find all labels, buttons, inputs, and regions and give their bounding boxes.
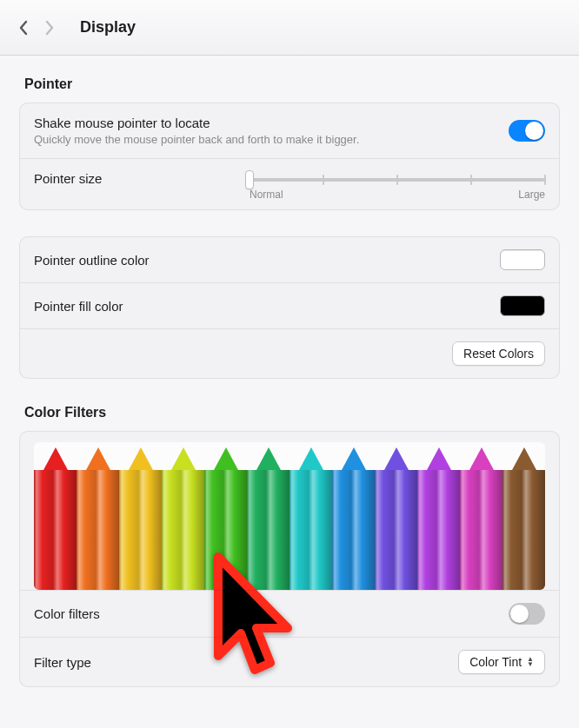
pointer-group-1: Shake mouse pointer to locate Quickly mo… bbox=[19, 103, 560, 210]
pencil-icon bbox=[247, 442, 290, 590]
pointer-size-row: Pointer size Normal Large bbox=[20, 158, 559, 209]
shake-label-block: Shake mouse pointer to locate Quickly mo… bbox=[34, 116, 509, 146]
pencil-icon bbox=[204, 442, 247, 590]
page-title: Display bbox=[80, 18, 136, 36]
outline-color-swatch[interactable] bbox=[500, 249, 545, 270]
pencil-icon bbox=[119, 442, 162, 590]
pencil-icon bbox=[34, 442, 77, 590]
pencil-icon bbox=[290, 442, 332, 590]
pencil-icon bbox=[332, 442, 375, 590]
pencil-icon bbox=[77, 442, 119, 590]
color-filters-section-title: Color Filters bbox=[24, 405, 560, 420]
fill-color-label: Pointer fill color bbox=[34, 299, 500, 314]
fill-color-row: Pointer fill color bbox=[20, 282, 559, 328]
pointer-size-slider[interactable]: Normal Large bbox=[250, 171, 545, 201]
forward-button[interactable] bbox=[37, 15, 63, 41]
filter-type-row: Filter type Color Tint ▲▼ bbox=[20, 637, 559, 686]
outline-color-row: Pointer outline color bbox=[20, 237, 559, 282]
window-header: Display bbox=[0, 0, 579, 56]
shake-toggle[interactable] bbox=[509, 120, 545, 142]
slider-min-label: Normal bbox=[250, 189, 283, 201]
pencil-icon bbox=[162, 442, 204, 590]
filter-type-popup[interactable]: Color Tint ▲▼ bbox=[458, 650, 545, 674]
pencil-icon bbox=[502, 442, 545, 590]
pencil-icon bbox=[417, 442, 460, 590]
pencil-icon bbox=[460, 442, 502, 590]
color-filters-group: Color filters Filter type Color Tint ▲▼ bbox=[19, 431, 560, 687]
filter-type-label: Filter type bbox=[34, 655, 458, 670]
color-filters-enable-label: Color filters bbox=[34, 606, 509, 621]
pointer-group-2: Pointer outline color Pointer fill color… bbox=[19, 236, 560, 379]
pencil-icon bbox=[375, 442, 417, 590]
back-button[interactable] bbox=[10, 15, 37, 41]
color-filters-enable-row: Color filters bbox=[20, 590, 559, 637]
popup-stepper-icon: ▲▼ bbox=[527, 657, 534, 667]
reset-colors-row: Reset Colors bbox=[20, 328, 559, 378]
color-filters-toggle[interactable] bbox=[509, 603, 545, 625]
shake-row: Shake mouse pointer to locate Quickly mo… bbox=[20, 103, 559, 158]
slider-max-label: Large bbox=[518, 189, 545, 201]
shake-label: Shake mouse pointer to locate bbox=[34, 116, 509, 130]
shake-sublabel: Quickly move the mouse pointer back and … bbox=[34, 133, 509, 146]
reset-colors-button[interactable]: Reset Colors bbox=[452, 341, 545, 366]
pointer-size-label: Pointer size bbox=[34, 171, 250, 186]
color-filters-preview bbox=[20, 432, 559, 590]
pointer-section-title: Pointer bbox=[24, 76, 560, 92]
fill-color-swatch[interactable] bbox=[500, 295, 545, 316]
outline-color-label: Pointer outline color bbox=[34, 253, 500, 268]
